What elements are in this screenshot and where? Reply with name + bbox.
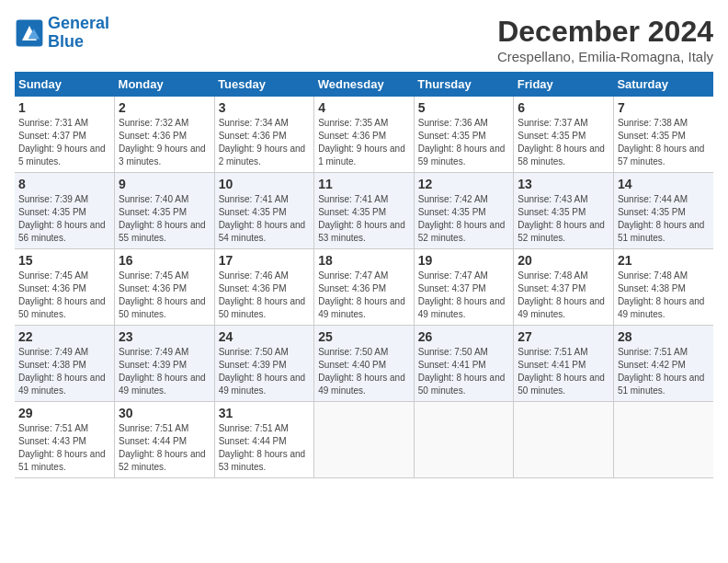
day-info: Sunrise: 7:51 AMSunset: 4:44 PMDaylight:… [119,422,210,474]
day-info: Sunrise: 7:51 AMSunset: 4:41 PMDaylight:… [518,346,609,397]
calendar-cell: 19Sunrise: 7:47 AMSunset: 4:37 PMDayligh… [414,249,514,326]
day-info: Sunrise: 7:48 AMSunset: 4:37 PMDaylight:… [518,270,609,321]
day-info: Sunrise: 7:48 AMSunset: 4:38 PMDaylight:… [618,270,710,321]
calendar-cell: 30Sunrise: 7:51 AMSunset: 4:44 PMDayligh… [115,402,215,478]
day-number: 28 [618,329,710,344]
calendar-cell [514,402,614,478]
day-number: 24 [219,329,311,344]
calendar-cell: 8Sunrise: 7:39 AMSunset: 4:35 PMDaylight… [15,173,115,249]
calendar-cell: 12Sunrise: 7:42 AMSunset: 4:35 PMDayligh… [414,173,514,249]
day-info: Sunrise: 7:34 AMSunset: 4:36 PMDaylight:… [219,117,311,168]
header-friday: Friday [514,72,614,97]
calendar-cell [414,402,514,478]
header-saturday: Saturday [613,72,713,97]
day-number: 23 [119,329,210,344]
day-number: 22 [18,329,110,344]
calendar-cell: 18Sunrise: 7:47 AMSunset: 4:36 PMDayligh… [314,249,415,326]
day-info: Sunrise: 7:51 AMSunset: 4:43 PMDaylight:… [18,422,110,474]
day-number: 1 [18,100,110,115]
calendar-cell: 20Sunrise: 7:48 AMSunset: 4:37 PMDayligh… [514,249,614,326]
calendar-cell: 24Sunrise: 7:50 AMSunset: 4:39 PMDayligh… [214,326,314,402]
calendar-cell: 9Sunrise: 7:40 AMSunset: 4:35 PMDaylight… [115,173,215,249]
day-info: Sunrise: 7:45 AMSunset: 4:36 PMDaylight:… [18,270,110,321]
month-title: December 2024 [497,15,713,49]
calendar-cell [613,402,713,478]
header-tuesday: Tuesday [214,72,314,97]
day-number: 4 [318,100,410,115]
day-number: 29 [18,406,110,420]
day-number: 21 [618,253,710,268]
day-info: Sunrise: 7:39 AMSunset: 4:35 PMDaylight:… [18,193,110,245]
calendar-cell [314,402,415,478]
header-sunday: Sunday [15,72,115,97]
day-info: Sunrise: 7:43 AMSunset: 4:35 PMDaylight:… [518,193,609,245]
header-thursday: Thursday [414,72,514,97]
day-number: 8 [18,177,110,191]
calendar-cell: 6Sunrise: 7:37 AMSunset: 4:35 PMDaylight… [514,97,614,173]
day-number: 9 [119,177,210,191]
location: Crespellano, Emilia-Romagna, Italy [497,49,713,64]
day-number: 14 [618,177,710,191]
day-number: 7 [618,100,710,115]
calendar-cell: 4Sunrise: 7:35 AMSunset: 4:36 PMDaylight… [314,97,415,173]
day-number: 18 [318,253,410,268]
day-number: 25 [318,329,410,344]
calendar-table: Sunday Monday Tuesday Wednesday Thursday… [15,72,713,478]
day-info: Sunrise: 7:50 AMSunset: 4:39 PMDaylight:… [219,346,311,397]
calendar-cell: 14Sunrise: 7:44 AMSunset: 4:35 PMDayligh… [613,173,713,249]
page-header: General Blue December 2024 Crespellano, … [15,15,713,64]
day-info: Sunrise: 7:47 AMSunset: 4:36 PMDaylight:… [318,270,410,321]
day-info: Sunrise: 7:40 AMSunset: 4:35 PMDaylight:… [119,193,210,245]
day-info: Sunrise: 7:32 AMSunset: 4:36 PMDaylight:… [119,117,210,168]
day-info: Sunrise: 7:51 AMSunset: 4:42 PMDaylight:… [618,346,710,397]
calendar-cell: 1Sunrise: 7:31 AMSunset: 4:37 PMDaylight… [15,97,115,173]
day-number: 11 [318,177,410,191]
day-info: Sunrise: 7:37 AMSunset: 4:35 PMDaylight:… [518,117,609,168]
weekday-header-row: Sunday Monday Tuesday Wednesday Thursday… [15,72,713,97]
calendar-cell: 25Sunrise: 7:50 AMSunset: 4:40 PMDayligh… [314,326,415,402]
calendar-cell: 27Sunrise: 7:51 AMSunset: 4:41 PMDayligh… [514,326,614,402]
day-number: 17 [219,253,311,268]
calendar-cell: 10Sunrise: 7:41 AMSunset: 4:35 PMDayligh… [214,173,314,249]
calendar-cell: 29Sunrise: 7:51 AMSunset: 4:43 PMDayligh… [15,402,115,478]
calendar-cell: 11Sunrise: 7:41 AMSunset: 4:35 PMDayligh… [314,173,415,249]
calendar-cell: 2Sunrise: 7:32 AMSunset: 4:36 PMDaylight… [115,97,215,173]
day-info: Sunrise: 7:31 AMSunset: 4:37 PMDaylight:… [18,117,110,168]
day-info: Sunrise: 7:45 AMSunset: 4:36 PMDaylight:… [119,270,210,321]
day-number: 27 [518,329,609,344]
calendar-cell: 17Sunrise: 7:46 AMSunset: 4:36 PMDayligh… [214,249,314,326]
day-number: 30 [119,406,210,420]
day-number: 5 [418,100,510,115]
calendar-cell: 26Sunrise: 7:50 AMSunset: 4:41 PMDayligh… [414,326,514,402]
header-monday: Monday [115,72,215,97]
calendar-cell: 13Sunrise: 7:43 AMSunset: 4:35 PMDayligh… [514,173,614,249]
day-number: 2 [119,100,210,115]
day-number: 20 [518,253,609,268]
day-number: 26 [418,329,510,344]
calendar-cell: 22Sunrise: 7:49 AMSunset: 4:38 PMDayligh… [15,326,115,402]
calendar-cell: 21Sunrise: 7:48 AMSunset: 4:38 PMDayligh… [613,249,713,326]
day-info: Sunrise: 7:35 AMSunset: 4:36 PMDaylight:… [318,117,410,168]
day-info: Sunrise: 7:42 AMSunset: 4:35 PMDaylight:… [418,193,510,245]
header-wednesday: Wednesday [314,72,415,97]
calendar-cell: 15Sunrise: 7:45 AMSunset: 4:36 PMDayligh… [15,249,115,326]
logo: General Blue [15,15,109,52]
day-info: Sunrise: 7:46 AMSunset: 4:36 PMDaylight:… [219,270,311,321]
calendar-cell: 23Sunrise: 7:49 AMSunset: 4:39 PMDayligh… [115,326,215,402]
day-info: Sunrise: 7:51 AMSunset: 4:44 PMDaylight:… [219,422,311,474]
logo-text: General Blue [48,15,109,52]
day-info: Sunrise: 7:38 AMSunset: 4:35 PMDaylight:… [618,117,710,168]
day-number: 16 [119,253,210,268]
day-number: 31 [219,406,311,420]
day-info: Sunrise: 7:41 AMSunset: 4:35 PMDaylight:… [219,193,311,245]
calendar-cell: 31Sunrise: 7:51 AMSunset: 4:44 PMDayligh… [214,402,314,478]
day-number: 19 [418,253,510,268]
calendar-row: 15Sunrise: 7:45 AMSunset: 4:36 PMDayligh… [15,249,713,326]
calendar-cell: 3Sunrise: 7:34 AMSunset: 4:36 PMDaylight… [214,97,314,173]
day-number: 15 [18,253,110,268]
calendar-row: 8Sunrise: 7:39 AMSunset: 4:35 PMDaylight… [15,173,713,249]
calendar-row: 22Sunrise: 7:49 AMSunset: 4:38 PMDayligh… [15,326,713,402]
calendar-row: 1Sunrise: 7:31 AMSunset: 4:37 PMDaylight… [15,97,713,173]
day-number: 3 [219,100,311,115]
day-info: Sunrise: 7:49 AMSunset: 4:39 PMDaylight:… [119,346,210,397]
